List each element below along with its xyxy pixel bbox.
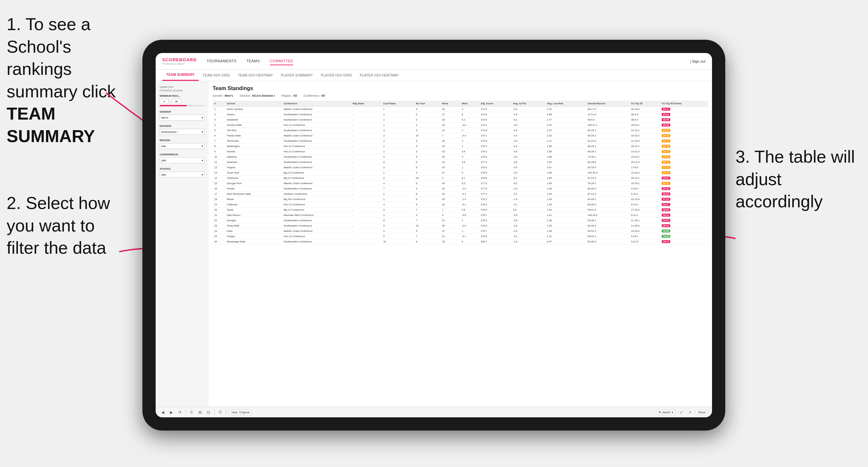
tab-player-summary[interactable]: PLAYER SUMMARY xyxy=(277,69,317,81)
conference-select[interactable]: (All) ▾ xyxy=(160,157,205,163)
cell-avg-par: -3.1 xyxy=(511,234,545,239)
cell-rank: 8 xyxy=(213,144,225,149)
cell-reg-rank: - xyxy=(351,170,381,176)
nav-item-tournaments[interactable]: TOURNAMENTS xyxy=(207,57,237,65)
cell-overall: 83-25-0 xyxy=(586,202,629,207)
cell-avg-low: 1.55 xyxy=(545,191,586,197)
nav-sign-out[interactable]: | Sign out xyxy=(690,59,705,63)
cell-reg-rank: - xyxy=(351,133,381,138)
camera-icon[interactable]: ⊞ xyxy=(197,409,203,415)
cell-record: 11-19-0 xyxy=(629,138,660,144)
range-min-box[interactable]: 4 xyxy=(160,99,169,104)
cell-reg-rank: - xyxy=(351,223,381,228)
range-max-box[interactable]: 30 xyxy=(172,99,181,104)
col-vs25: Vs Top 25 xyxy=(629,101,660,107)
cell-school: Georgia xyxy=(225,218,282,223)
forward-icon[interactable]: ▶ xyxy=(168,409,174,415)
tab-team-summary[interactable]: TEAM SUMMARY xyxy=(162,69,199,81)
cell-avg-par: -5.8 xyxy=(511,218,545,223)
cell-conference: Atlantic Coast Conference xyxy=(282,165,351,170)
cell-wins: 3 xyxy=(460,154,479,160)
cell-conf-rank: 4 xyxy=(381,202,414,207)
cell-reg-rank: - xyxy=(351,186,381,191)
region-select[interactable]: N/A ▾ xyxy=(160,143,205,149)
chevron-down-icon-watch: ▾ xyxy=(672,411,673,414)
cell-rnds: 23 xyxy=(440,144,460,149)
cell-record: 13-24-1 xyxy=(629,154,660,160)
cell-overall: 63-15-1 xyxy=(586,128,629,133)
cell-record: 18-12-1 xyxy=(629,144,660,149)
cell-no-tour: 5 xyxy=(414,117,440,123)
cell-adj-score: 273.5 xyxy=(479,107,511,112)
cell-conf-rank: 1 xyxy=(381,191,414,197)
cell-school: Texas A&M xyxy=(225,223,282,228)
cell-record: 38-6-0 xyxy=(629,117,660,123)
gender-select[interactable]: Men's ▾ xyxy=(160,115,205,121)
copy-icon[interactable]: ⎘ xyxy=(188,409,194,415)
cell-record: 8-14-0 xyxy=(629,202,660,207)
cell-wins: 6.2 xyxy=(460,117,479,123)
cell-rank: 17 xyxy=(213,191,225,197)
cell-conf-rank: 8 xyxy=(381,218,414,223)
cell-points: 85.02 xyxy=(660,186,708,191)
cell-reg-rank: - xyxy=(351,176,381,181)
cell-avg-par: -5.0 xyxy=(511,128,545,133)
cell-rank: 12 xyxy=(213,165,225,170)
cell-conference: Big 12 Conference xyxy=(282,207,351,213)
cell-school: Texas xyxy=(225,207,282,213)
tab-player-h2h-grid[interactable]: PLAYER H2H GRID xyxy=(317,69,356,81)
cell-record: 9-24-0 xyxy=(629,186,660,191)
nav-items: TOURNAMENTS TEAMS COMMITTEE xyxy=(207,57,690,65)
cell-no-tour: 7 xyxy=(414,234,440,239)
nav-item-teams[interactable]: TEAMS xyxy=(246,57,260,65)
cell-points: 42.88 xyxy=(660,228,708,234)
divider-3 xyxy=(226,409,226,415)
cell-rank: 16 xyxy=(213,186,225,191)
cell-rank: 22 xyxy=(213,218,225,223)
cell-overall: 66-42-1 xyxy=(586,234,629,239)
expand-icon[interactable]: ⤢ xyxy=(678,409,684,415)
school-select[interactable]: (All) ▾ xyxy=(160,172,205,178)
grid-icon[interactable]: ⊡ xyxy=(206,409,212,415)
cell-adj-score: 275.7 xyxy=(479,133,511,138)
cell-reg-rank: - xyxy=(351,144,381,149)
cell-avg-par: -5.8 xyxy=(511,213,545,218)
cell-school: Oregon xyxy=(225,234,282,239)
tab-player-h2h-heatmap[interactable]: PLAYER H2H HEATMAP xyxy=(356,69,402,81)
cell-avg-low: 1.28 xyxy=(545,197,586,202)
cell-record: 17-33-3 xyxy=(629,207,660,213)
table-row: 5 Ole Miss Southeastern Conference - 3 6… xyxy=(213,128,708,133)
cell-avg-par: -3.6 xyxy=(511,154,545,160)
cell-wins: -2.9 xyxy=(460,186,479,191)
cell-adj-score: 279.7 xyxy=(479,228,511,234)
cell-wins: -5.1 xyxy=(460,202,479,207)
cell-overall: 80-25-2 xyxy=(586,186,629,191)
back-icon[interactable]: ◀ xyxy=(160,409,165,415)
view-original-button[interactable]: View: Original xyxy=(229,410,252,415)
tab-bar: TEAM SUMMARY TEAM H2H GRID TEAM H2H HEAT… xyxy=(156,69,712,82)
cell-avg-low: 1.85 xyxy=(545,181,586,186)
share-icon[interactable]: ↗ xyxy=(687,409,693,415)
cell-record: 12-14-1 xyxy=(629,128,660,133)
cell-conf-rank: 3 xyxy=(381,128,414,133)
cell-points: 80.71 xyxy=(660,138,708,144)
cell-adj-score: 278.6 xyxy=(479,207,511,213)
cell-school: Illinois xyxy=(225,197,282,202)
cell-school: New Mexico xyxy=(225,213,282,218)
tab-team-h2h-heatmap[interactable]: TEAM H2H HEATMAP xyxy=(234,69,277,81)
share-button[interactable]: Share xyxy=(695,410,708,415)
nav-item-committee[interactable]: COMMITTEE xyxy=(270,57,293,65)
refresh-icon[interactable]: ↺ xyxy=(177,409,183,415)
clock-icon[interactable]: ⏱ xyxy=(217,409,223,415)
cell-points: 80.71 xyxy=(660,160,708,165)
table-row: 7 Tennessee Southeastern Conference - 4 … xyxy=(213,138,708,144)
cell-rank: 9 xyxy=(213,149,225,154)
tab-team-h2h-grid[interactable]: TEAM H2H GRID xyxy=(199,69,234,81)
watch-button[interactable]: 👁 Watch ▾ xyxy=(656,410,676,415)
division-select[interactable]: NCAA Division I ▾ xyxy=(160,129,205,135)
cell-overall: 117-4-0 xyxy=(586,112,629,117)
range-slider[interactable] xyxy=(160,105,205,106)
cell-wins: 0.8 xyxy=(460,207,479,213)
col-conf-rank: Conf Rank xyxy=(381,101,414,107)
cell-no-tour: 10 xyxy=(414,133,440,138)
